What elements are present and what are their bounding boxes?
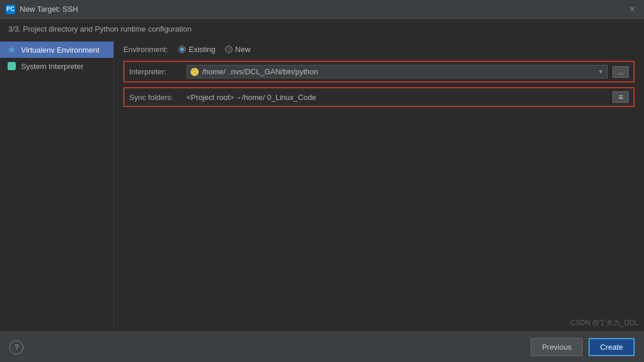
sync-folders-value: <Project root>→/home/ 0_Linux_Code [186,93,608,102]
interpreter-path: /home/ [202,67,226,76]
radio-existing-label: Existing [189,45,216,54]
environment-label: Environment: [123,45,170,54]
sidebar-item-label-system: System Interpreter [21,62,84,71]
right-panel: Environment: Existing New Interpreter: 🐍 [114,39,644,331]
title-bar-left: PC New Target: SSH [6,5,78,14]
radio-new-circle[interactable] [225,46,233,53]
interpreter-row: Interpreter: 🐍 /home/ .nvs/DCL_GAN/bin/p… [124,62,633,81]
interpreter-path-suffix: .nvs/DCL_GAN/bin/python [229,67,318,76]
sidebar-item-label-virtualenv: Virtualenv Environment [21,46,99,54]
radio-new[interactable]: New [225,45,251,54]
python-icon [7,61,16,71]
window-title: New Target: SSH [20,5,78,13]
sync-path: <Project root>→/home/ [186,93,265,102]
environment-row: Environment: Existing New [123,45,635,54]
radio-new-label: New [236,45,251,54]
virtualenv-icon [7,45,16,54]
sidebar-item-virtualenv[interactable]: Virtualenv Environment [0,42,113,58]
interpreter-label: Interpreter: [129,67,182,76]
main-content: Virtualenv Environment System Interprete… [0,39,644,331]
title-bar: PC New Target: SSH × [0,0,644,19]
radio-existing[interactable]: Existing [178,45,216,54]
sync-folders-section: Sync folders: <Project root>→/home/ 0_Li… [123,87,635,107]
sync-folders-row: Sync folders: <Project root>→/home/ 0_Li… [124,88,633,106]
close-button[interactable]: × [626,4,638,15]
help-button[interactable]: ? [9,340,23,354]
app-icon: PC [6,5,15,14]
browse-button[interactable]: ... [612,66,629,78]
bottom-right-buttons: Previous Create [531,338,635,356]
folder-button[interactable]: ≡ [612,91,629,103]
step-subtitle: 3/3. Project directory and Python runtim… [0,19,644,39]
sync-folders-label: Sync folders: [129,93,182,102]
interpreter-section: Interpreter: 🐍 /home/ .nvs/DCL_GAN/bin/p… [123,61,635,82]
radio-existing-circle[interactable] [178,46,186,53]
sidebar-item-system[interactable]: System Interpreter [0,58,113,74]
interpreter-icon: 🐍 [191,68,199,76]
interpreter-dropdown[interactable]: 🐍 /home/ .nvs/DCL_GAN/bin/python ▼ [186,65,608,78]
create-button[interactable]: Create [588,338,635,356]
radio-group: Existing New [178,45,251,54]
dropdown-arrow-icon: ▼ [598,68,604,75]
sidebar: Virtualenv Environment System Interprete… [0,39,114,331]
sync-path-suffix: 0_Linux_Code [267,93,316,102]
previous-button[interactable]: Previous [531,338,583,356]
interpreter-value: 🐍 /home/ .nvs/DCL_GAN/bin/python [191,67,318,76]
bottom-bar: ? Previous Create [0,332,644,362]
